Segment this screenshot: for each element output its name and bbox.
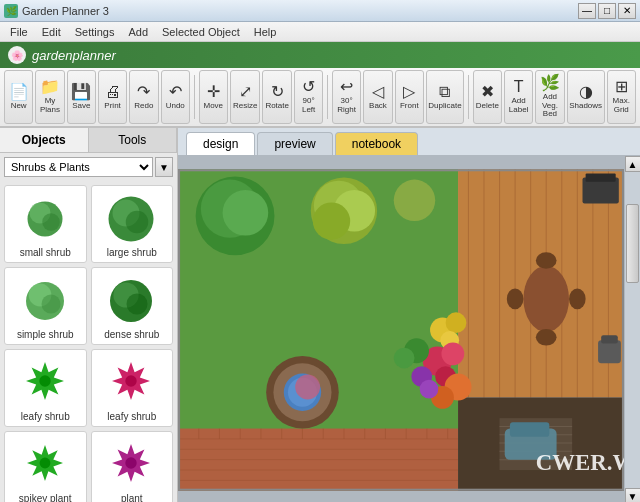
object-item-small-shrub-0[interactable]: small shrub [4, 185, 87, 263]
tool-button-90left[interactable]: ↺90° Left [294, 70, 323, 124]
menu-item-selected-object[interactable]: Selected Object [156, 24, 246, 40]
tool-button-undo[interactable]: ↶Undo [161, 70, 190, 124]
category-dropdown-arrow[interactable]: ▼ [155, 157, 173, 177]
scroll-up-button[interactable]: ▲ [625, 156, 641, 172]
tool-button-print[interactable]: 🖨Print [98, 70, 127, 124]
category-dropdown[interactable]: Shrubs & Plants [4, 157, 153, 177]
tab-design[interactable]: design [186, 132, 255, 155]
left-panel: Objects Tools Shrubs & Plants ▼ small sh… [0, 128, 178, 502]
object-icon-6 [18, 436, 73, 491]
svg-rect-91 [586, 173, 616, 181]
back-icon: ◁ [372, 84, 384, 100]
add-label-label: Add Label [507, 97, 530, 115]
menu-item-file[interactable]: File [4, 24, 34, 40]
scroll-down-button[interactable]: ▼ [625, 488, 641, 502]
90left-icon: ↺ [302, 79, 315, 95]
object-item-dense-shrub-3[interactable]: dense shrub [91, 267, 174, 345]
brand-bar: 🌸 gardenplanner [0, 42, 640, 68]
30right-icon: ↩ [340, 79, 353, 95]
tool-button-add-veg-bed[interactable]: 🌿Add Veg. Bed [535, 70, 564, 124]
menu-item-settings[interactable]: Settings [69, 24, 121, 40]
object-icon-5 [104, 354, 159, 409]
tool-button-back[interactable]: ◁Back [363, 70, 392, 124]
svg-rect-107 [178, 489, 624, 491]
tool-button-new[interactable]: 📄New [4, 70, 33, 124]
svg-point-75 [507, 289, 524, 310]
title-bar: 🌿 Garden Planner 3 — □ ✕ [0, 0, 640, 22]
object-icon-2 [18, 272, 73, 327]
object-item-large-shrub-1[interactable]: large shrub [91, 185, 174, 263]
minimize-button[interactable]: — [578, 3, 596, 19]
tab-preview[interactable]: preview [257, 132, 332, 155]
object-item-leafy-shrub-5[interactable]: leafy shrub [91, 349, 174, 427]
tool-button-resize[interactable]: ⤢Resize [230, 70, 260, 124]
tab-objects[interactable]: Objects [0, 128, 89, 152]
brand-text: gardenplanner [32, 48, 116, 63]
tool-button-move[interactable]: ✛Move [199, 70, 228, 124]
svg-point-88 [313, 202, 350, 239]
save-label: Save [72, 102, 90, 111]
add-label-icon: T [514, 79, 524, 95]
delete-icon: ✖ [481, 84, 494, 100]
svg-point-72 [523, 266, 569, 332]
svg-rect-105 [178, 169, 624, 171]
app-icon: 🌿 [4, 4, 18, 18]
object-item-leafy-shrub-4[interactable]: leafy shrub [4, 349, 87, 427]
move-label: Move [203, 102, 223, 111]
svg-rect-106 [622, 169, 624, 491]
new-label: New [11, 102, 27, 111]
svg-point-93 [446, 312, 467, 333]
duplicate-icon: ⧉ [439, 84, 450, 100]
add-veg-bed-label: Add Veg. Bed [538, 93, 561, 119]
max-grid-icon: ⊞ [615, 79, 628, 95]
vertical-scrollbar[interactable]: ▲ ▼ [624, 156, 640, 502]
tool-button-shadows[interactable]: ◑Shadows [567, 70, 605, 124]
object-label-0: small shrub [20, 247, 71, 258]
svg-point-89 [394, 180, 435, 221]
tab-tools[interactable]: Tools [89, 128, 178, 152]
objects-grid: small shrublarge shrubsimple shrubdense … [0, 181, 177, 502]
90left-label: 90° Left [297, 97, 320, 115]
svg-point-76 [569, 289, 586, 310]
tool-button-max-grid[interactable]: ⊞Max. Grid [607, 70, 636, 124]
main-area: Objects Tools Shrubs & Plants ▼ small sh… [0, 128, 640, 502]
add-veg-bed-icon: 🌿 [540, 75, 560, 91]
svg-point-101 [420, 380, 439, 399]
menu-item-help[interactable]: Help [248, 24, 283, 40]
tool-button-add-label[interactable]: TAdd Label [504, 70, 533, 124]
object-item-plant-7[interactable]: plant [91, 431, 174, 502]
garden-canvas[interactable]: CWER.WS [178, 156, 624, 502]
garden-drawing: CWER.WS [178, 156, 624, 502]
tool-button-duplicate[interactable]: ⧉Duplicate [426, 70, 464, 124]
canvas-tabs: design preview notebook [178, 128, 640, 156]
svg-point-2 [42, 213, 60, 231]
object-icon-4 [18, 354, 73, 409]
svg-text:CWER.WS: CWER.WS [536, 450, 624, 475]
tool-button-myplans[interactable]: 📁My Plans [35, 70, 64, 124]
tool-button-redo[interactable]: ↷Redo [129, 70, 158, 124]
object-item-spikey-plant-6[interactable]: spikey plant [4, 431, 87, 502]
object-icon-1 [104, 190, 159, 245]
svg-point-96 [441, 342, 464, 365]
svg-point-5 [126, 211, 149, 234]
toolbar-separator-6 [194, 75, 195, 119]
tool-button-save[interactable]: 💾Save [67, 70, 96, 124]
scroll-thumb[interactable] [626, 204, 639, 283]
tool-button-30right[interactable]: ↩30° Right [332, 70, 361, 124]
duplicate-label: Duplicate [428, 102, 461, 111]
svg-point-81 [295, 375, 320, 400]
object-label-2: simple shrub [17, 329, 74, 340]
tool-button-front[interactable]: ▷Front [395, 70, 424, 124]
svg-point-8 [41, 295, 60, 314]
tab-notebook[interactable]: notebook [335, 132, 418, 155]
object-icon-3 [104, 272, 159, 327]
object-item-simple-shrub-2[interactable]: simple shrub [4, 267, 87, 345]
menu-item-add[interactable]: Add [122, 24, 154, 40]
tool-button-delete[interactable]: ✖Delete [473, 70, 502, 124]
30right-label: 30° Right [335, 97, 358, 115]
tool-button-rotate[interactable]: ↻Rotate [262, 70, 292, 124]
maximize-button[interactable]: □ [598, 3, 616, 19]
menu-item-edit[interactable]: Edit [36, 24, 67, 40]
scroll-track [625, 172, 640, 488]
close-button[interactable]: ✕ [618, 3, 636, 19]
